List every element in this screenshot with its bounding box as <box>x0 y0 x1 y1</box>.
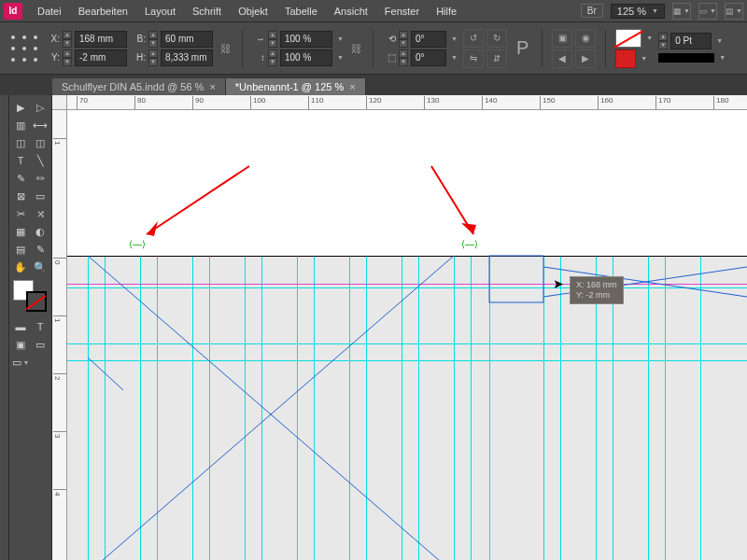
y-up[interactable]: ▲ <box>63 49 72 58</box>
direct-selection-tool[interactable]: ▷ <box>31 99 49 116</box>
menu-schrift[interactable]: Schrift <box>185 3 229 20</box>
arrange-icon[interactable]: ▤▼ <box>725 3 743 20</box>
type-tool[interactable]: T <box>11 152 30 169</box>
apply-color-icon[interactable]: ▬ <box>11 318 30 335</box>
close-icon[interactable]: × <box>349 81 355 92</box>
rectangle-tool[interactable]: ▭ <box>31 188 49 204</box>
guide[interactable] <box>297 256 298 560</box>
guide[interactable] <box>700 256 701 560</box>
select-next-icon[interactable]: ▶ <box>575 49 596 68</box>
guide[interactable] <box>402 256 402 560</box>
pen-tool[interactable]: ✎ <box>11 170 30 187</box>
guide[interactable] <box>648 256 649 560</box>
w-down[interactable]: ▼ <box>148 39 158 48</box>
flip-v-icon[interactable]: ⇵ <box>486 49 507 68</box>
guide[interactable] <box>140 256 141 560</box>
guide[interactable] <box>489 256 490 560</box>
w-input[interactable] <box>161 31 213 48</box>
menu-bearbeiten[interactable]: Bearbeiten <box>71 3 135 20</box>
line-tool[interactable]: ╲ <box>31 152 49 169</box>
w-up[interactable]: ▲ <box>148 31 158 39</box>
scale-y-input[interactable] <box>280 49 332 66</box>
menu-ansicht[interactable]: Ansicht <box>327 3 375 20</box>
guide[interactable] <box>543 256 544 560</box>
guide[interactable] <box>314 256 315 560</box>
hand-tool[interactable]: ✋ <box>11 259 30 275</box>
scissors-tool[interactable]: ✂ <box>11 205 30 222</box>
panel-strip[interactable] <box>0 95 9 560</box>
guide[interactable] <box>418 256 419 560</box>
guide[interactable] <box>245 256 246 560</box>
flip-h-icon[interactable]: ⇋ <box>463 49 484 68</box>
fill-stroke-proxy[interactable] <box>13 280 50 314</box>
x-up[interactable]: ▲ <box>63 31 72 39</box>
document-canvas[interactable]: ⟨—⟩ ⟨—⟩ ➤ X: 168 mm Y: -2 mm <box>67 110 747 560</box>
tab-unbenannt[interactable]: *Unbenannt-1 @ 125 %× <box>226 78 366 95</box>
menu-fenster[interactable]: Fenster <box>377 3 427 20</box>
normal-view-icon[interactable]: ▣ <box>11 336 30 353</box>
guide[interactable] <box>366 256 367 560</box>
note-tool[interactable]: ▤ <box>11 241 30 258</box>
rotate-cw-icon[interactable]: ↻ <box>486 29 507 48</box>
h-input[interactable] <box>161 49 213 66</box>
stroke-style[interactable] <box>658 53 714 63</box>
close-icon[interactable]: × <box>209 81 215 92</box>
select-content-icon[interactable]: ◉ <box>575 29 596 48</box>
selection-tool[interactable]: ▶ <box>11 99 30 116</box>
horizontal-ruler[interactable]: 70 80 90 100 110 120 130 140 150 160 170… <box>67 95 747 110</box>
guide[interactable] <box>261 256 262 560</box>
gradient-feather-tool[interactable]: ◐ <box>31 223 49 240</box>
zoom-level[interactable]: 125 %▼ <box>611 4 665 19</box>
reference-point[interactable] <box>11 35 37 62</box>
guide[interactable] <box>67 287 747 288</box>
guide[interactable] <box>560 256 561 560</box>
eyedropper-tool[interactable]: ✎ <box>31 241 49 258</box>
stroke-swatch[interactable] <box>615 49 636 68</box>
vertical-ruler[interactable]: 1 0 1 2 3 4 <box>52 110 67 560</box>
select-prev-icon[interactable]: ◀ <box>552 49 572 68</box>
link-wh-icon[interactable]: ⛓ <box>218 43 233 54</box>
gap-tool[interactable]: ⟷ <box>31 117 49 133</box>
link-scale-icon[interactable]: ⛓ <box>349 43 363 54</box>
guide[interactable] <box>454 256 455 560</box>
x-input[interactable] <box>75 31 127 48</box>
select-container-icon[interactable]: ▣ <box>552 29 572 48</box>
h-up[interactable]: ▲ <box>148 49 158 58</box>
shear-input[interactable] <box>411 49 446 66</box>
y-input[interactable] <box>75 49 127 66</box>
guide[interactable] <box>209 256 210 560</box>
guide[interactable] <box>157 256 158 560</box>
menu-layout[interactable]: Layout <box>137 3 183 20</box>
gradient-swatch-tool[interactable]: ▦ <box>11 223 30 240</box>
guide[interactable] <box>67 360 747 361</box>
preview-icon[interactable]: ▭ <box>31 336 49 353</box>
fill-swatch[interactable] <box>615 29 641 48</box>
menu-datei[interactable]: Datei <box>30 3 69 20</box>
guide[interactable] <box>471 256 472 560</box>
guide[interactable] <box>105 256 106 560</box>
guide[interactable] <box>88 256 89 560</box>
rotate-input[interactable] <box>411 31 446 48</box>
rectangle-frame-tool[interactable]: ⊠ <box>11 188 30 204</box>
scale-x-input[interactable] <box>280 31 332 48</box>
tab-schulflyer[interactable]: Schulflyer DIN A5.indd @ 56 %× <box>52 78 226 95</box>
x-down[interactable]: ▼ <box>63 39 72 48</box>
content-placer-tool[interactable]: ◫ <box>31 134 49 151</box>
menu-tabelle[interactable]: Tabelle <box>277 3 325 20</box>
pencil-tool[interactable]: ✏ <box>31 170 49 187</box>
screen-mode-tool[interactable]: ▭▼ <box>11 354 30 371</box>
zoom-tool[interactable]: 🔍 <box>31 259 49 275</box>
stroke-weight-input[interactable] <box>670 33 712 49</box>
view-options-icon[interactable]: ▦▼ <box>672 3 691 20</box>
h-down[interactable]: ▼ <box>148 58 158 66</box>
guide[interactable] <box>192 256 193 560</box>
guide[interactable] <box>665 256 666 560</box>
rotate-ccw-icon[interactable]: ↺ <box>463 29 484 48</box>
content-collector-tool[interactable]: ◫ <box>11 134 30 151</box>
menu-objekt[interactable]: Objekt <box>231 3 275 20</box>
free-transform-tool[interactable]: ⤨ <box>31 205 49 222</box>
screen-mode-icon[interactable]: ▭▼ <box>698 3 717 20</box>
y-down[interactable]: ▼ <box>63 58 72 66</box>
menu-hilfe[interactable]: Hilfe <box>429 3 464 20</box>
guide[interactable] <box>67 343 747 344</box>
